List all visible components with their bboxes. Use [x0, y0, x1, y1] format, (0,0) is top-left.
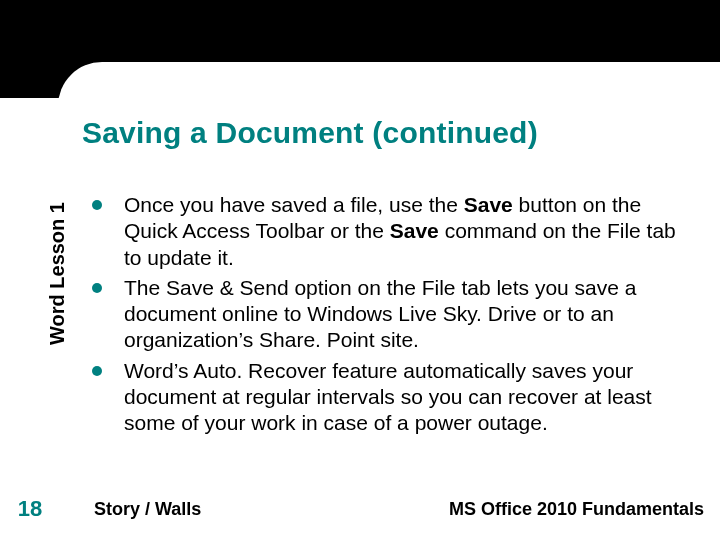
slide-number: 18 [0, 496, 60, 522]
footer: 18 Story / Walls MS Office 2010 Fundamen… [0, 496, 720, 522]
bullet-list: Once you have saved a file, use the Save… [92, 192, 690, 440]
list-item: Once you have saved a file, use the Save… [92, 192, 690, 271]
sidebar-lesson-label: Word Lesson 1 [46, 202, 69, 345]
list-item: The Save & Send option on the File tab l… [92, 275, 690, 354]
slide-title: Saving a Document (continued) [82, 116, 538, 150]
bullet-icon [92, 283, 102, 293]
bullet-icon [92, 200, 102, 210]
bullet-text: Once you have saved a file, use the Save… [124, 192, 690, 271]
bullet-icon [92, 366, 102, 376]
bullet-text: Word’s Auto. Recover feature automatical… [124, 358, 690, 437]
bullet-text: The Save & Send option on the File tab l… [124, 275, 690, 354]
list-item: Word’s Auto. Recover feature automatical… [92, 358, 690, 437]
footer-left: Story / Walls [94, 499, 201, 520]
footer-right: MS Office 2010 Fundamentals [449, 499, 704, 520]
